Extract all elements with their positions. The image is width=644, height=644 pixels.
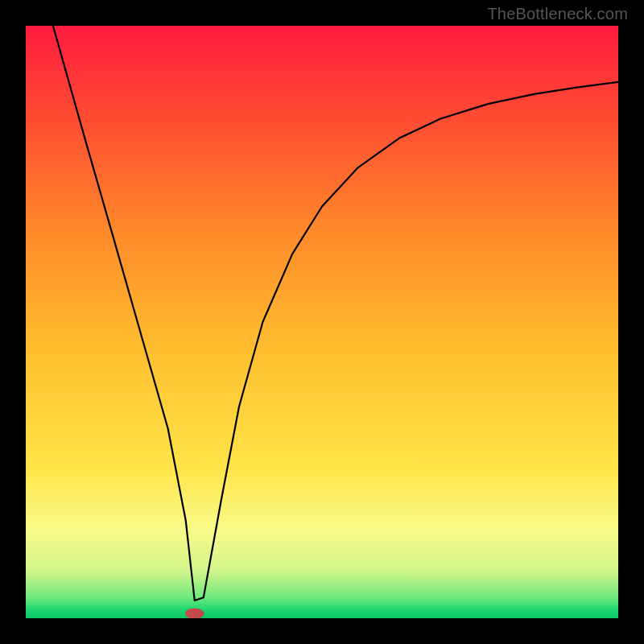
- watermark-text: TheBottleneck.com: [487, 5, 628, 23]
- chart-canvas: [26, 26, 618, 618]
- chart-frame: TheBottleneck.com: [0, 0, 644, 644]
- gradient-background: [26, 26, 618, 618]
- plot-area: [26, 26, 618, 618]
